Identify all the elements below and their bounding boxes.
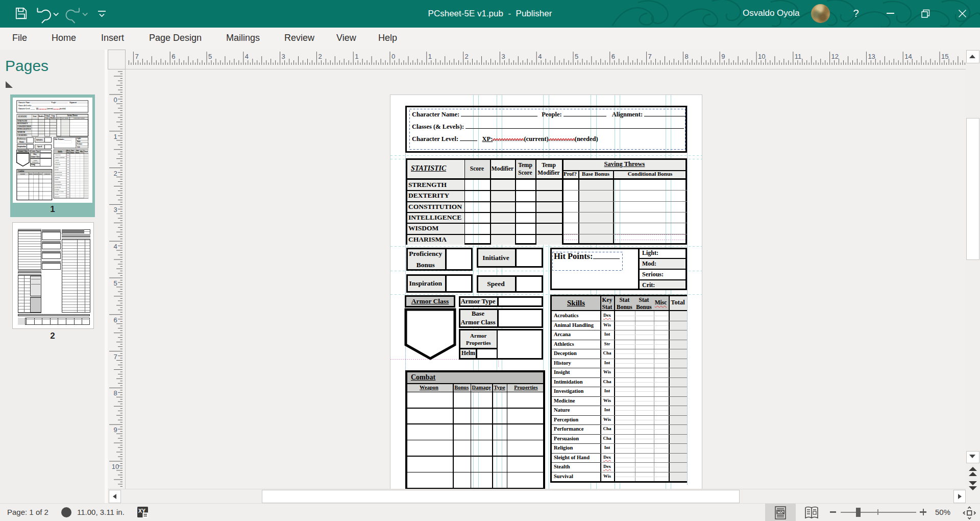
svg-text:10: 10 [758,53,765,60]
svg-text:9: 9 [721,53,725,60]
svg-text:0: 0 [391,53,395,60]
svg-text:3: 3 [282,53,285,60]
svg-text:1: 1 [428,53,432,60]
svg-text:8: 8 [684,53,688,60]
svg-text:2: 2 [465,53,469,60]
svg-text:1: 1 [355,53,358,60]
svg-text:6: 6 [113,316,117,324]
svg-text:4: 4 [245,53,249,60]
svg-text:12: 12 [831,53,839,60]
svg-text:2: 2 [318,53,322,60]
svg-text:6: 6 [172,53,175,60]
svg-text:15: 15 [941,53,948,60]
svg-text:14: 14 [904,53,912,60]
svg-text:8: 8 [113,389,117,397]
svg-text:4: 4 [538,53,542,60]
svg-text:2: 2 [113,170,117,177]
svg-text:0: 0 [113,96,117,104]
svg-text:6: 6 [611,53,615,60]
svg-text:7: 7 [135,53,138,60]
svg-text:5: 5 [208,53,212,60]
svg-text:13: 13 [868,53,875,60]
svg-text:7: 7 [113,353,117,361]
svg-text:7: 7 [648,53,652,60]
svg-text:4: 4 [113,243,117,250]
svg-text:9: 9 [113,426,117,434]
svg-text:3: 3 [113,206,117,214]
svg-text:10: 10 [112,463,119,470]
svg-text:3: 3 [501,53,505,60]
svg-text:1: 1 [113,133,117,140]
svg-text:11: 11 [795,53,802,60]
svg-text:5: 5 [113,279,117,287]
svg-text:5: 5 [575,53,578,60]
